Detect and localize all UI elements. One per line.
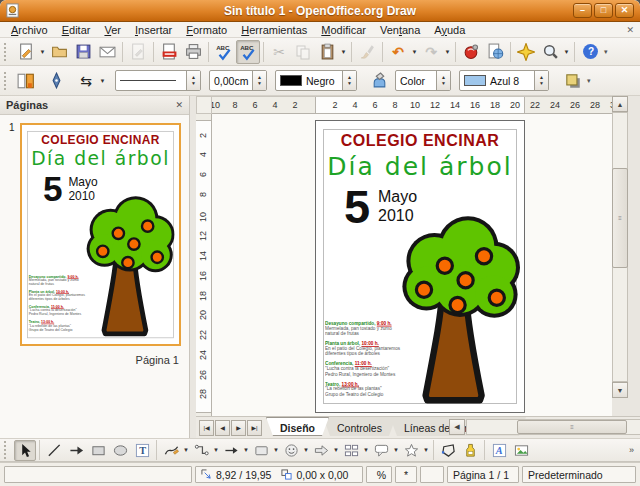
drawing-canvas[interactable]: COLEGIO ENCINAR Día del árbol 5 Mayo 201… xyxy=(212,114,612,416)
insert-picture-button[interactable] xyxy=(510,440,532,461)
status-page-style[interactable]: Predeterminado xyxy=(522,466,636,483)
menu-editar[interactable]: Editar xyxy=(55,23,98,37)
maximize-button[interactable]: □ xyxy=(594,3,613,18)
block-arrows-tool[interactable] xyxy=(310,440,332,461)
undo-dropdown[interactable]: ▼ xyxy=(410,49,419,55)
zoom-dropdown[interactable]: ▼ xyxy=(562,49,571,55)
gallery-button[interactable] xyxy=(459,40,483,64)
toolbar-grip[interactable] xyxy=(4,43,9,61)
open-button[interactable] xyxy=(47,40,71,64)
menu-ver[interactable]: Ver xyxy=(97,23,128,37)
export-pdf-button[interactable] xyxy=(157,40,181,64)
save-button[interactable] xyxy=(71,40,95,64)
area-color-select[interactable]: Azul 8 ▲▼ xyxy=(459,70,549,91)
horizontal-scrollbar-thumb[interactable]: ≡ xyxy=(517,420,627,434)
tab-nav-button[interactable]: ▶ xyxy=(231,420,246,436)
paste-dropdown[interactable]: ▼ xyxy=(339,49,348,55)
menu-formato[interactable]: Formato xyxy=(179,23,234,37)
arrow-style-button[interactable]: ⇆ xyxy=(74,69,98,93)
lines-arrows-tool[interactable] xyxy=(220,440,242,461)
document-close-icon[interactable]: ✕ xyxy=(626,25,634,35)
scroll-up-button[interactable]: ▲ xyxy=(612,96,628,112)
ellipse-tool[interactable] xyxy=(109,440,131,461)
area-style-spinner[interactable]: ▲▼ xyxy=(436,71,450,90)
redo-button[interactable]: ↷ xyxy=(419,40,443,64)
callouts-dropdown[interactable]: ▼ xyxy=(392,447,400,453)
line-width-spinner[interactable]: 0,00cm ▲▼ xyxy=(209,70,267,91)
stars-dropdown[interactable]: ▼ xyxy=(422,447,430,453)
shadow-button[interactable] xyxy=(561,69,585,93)
connector-dropdown[interactable]: ▼ xyxy=(212,447,220,453)
poster-day[interactable]: 5 xyxy=(344,183,370,230)
poster-day[interactable]: 5 xyxy=(43,171,63,206)
title-bar[interactable]: Sin título 1 - OpenOffice.org Draw – □ ✕ xyxy=(0,0,640,22)
poster-school-name[interactable]: COLEGIO ENCINAR xyxy=(22,133,179,146)
undo-button[interactable]: ↶ xyxy=(386,40,410,64)
callouts-tool[interactable] xyxy=(370,440,392,461)
document-page[interactable]: COLEGIO ENCINAR Día del árbol 5 Mayo 201… xyxy=(315,120,525,413)
tree-illustration[interactable] xyxy=(85,194,175,338)
minimize-button[interactable]: – xyxy=(573,3,592,18)
fontwork-button[interactable]: A xyxy=(488,440,510,461)
page-thumbnail[interactable]: COLEGIO ENCINAR Día del árbol 5 Mayo 201… xyxy=(20,123,181,346)
symbol-shapes-dropdown[interactable]: ▼ xyxy=(302,447,310,453)
tab-nav-button[interactable]: |◀ xyxy=(199,420,214,436)
help-button[interactable]: ? xyxy=(578,40,602,64)
pages-panel-close-icon[interactable]: ✕ xyxy=(175,100,183,110)
line-dialog-button[interactable] xyxy=(44,69,68,93)
poster-agenda[interactable]: Desayuno compartido, 9:00 h.Mermelada, p… xyxy=(325,321,417,402)
print-button[interactable] xyxy=(181,40,205,64)
symbol-shapes-tool[interactable] xyxy=(280,440,302,461)
horizontal-ruler[interactable]: 10864224681012141618202224262830 xyxy=(212,96,612,114)
line-width-spin-buttons[interactable]: ▲▼ xyxy=(252,71,266,90)
line-color-select[interactable]: Negro ▲▼ xyxy=(275,70,357,91)
line-style-select[interactable]: ▲▼ xyxy=(115,70,201,91)
area-dialog-button[interactable] xyxy=(367,69,391,93)
poster-title[interactable]: Día del árbol xyxy=(22,148,179,170)
status-position-size[interactable]: 8,92 / 19,95 0,00 x 0,00 xyxy=(195,466,363,483)
block-arrows-dropdown[interactable]: ▼ xyxy=(332,447,340,453)
curve-dropdown[interactable]: ▼ xyxy=(182,447,190,453)
close-button[interactable]: ✕ xyxy=(615,3,634,18)
glue-points-tool[interactable] xyxy=(459,440,481,461)
menu-ventana[interactable]: Ventana xyxy=(373,23,427,37)
edit-points-tool[interactable] xyxy=(437,440,459,461)
paste-button[interactable] xyxy=(315,40,339,64)
format-paintbrush-button[interactable] xyxy=(355,40,379,64)
hyperlink-button[interactable] xyxy=(483,40,507,64)
menu-herramientas[interactable]: Herramientas xyxy=(234,23,314,37)
poster-month[interactable]: Mayo xyxy=(378,188,417,206)
area-color-spinner[interactable]: ▲▼ xyxy=(534,71,548,90)
tab-nav-button[interactable]: ▶| xyxy=(247,420,262,436)
curve-tool[interactable] xyxy=(160,440,182,461)
styles-formatting-button[interactable] xyxy=(14,69,38,93)
basic-shapes-dropdown[interactable]: ▼ xyxy=(272,447,280,453)
line-width-value[interactable]: 0,00cm xyxy=(210,75,252,87)
text-tool[interactable]: T xyxy=(131,440,153,461)
area-style-select[interactable]: Color ▲▼ xyxy=(395,70,451,91)
poster-school-name[interactable]: COLEGIO ENCINAR xyxy=(316,132,524,150)
toolbar-grip[interactable] xyxy=(4,441,9,459)
horizontal-scrollbar-track[interactable]: ≡ xyxy=(466,419,640,435)
vertical-ruler[interactable]: 246810121416182022242628 xyxy=(196,114,212,416)
poster-title[interactable]: Día del árbol xyxy=(316,152,524,181)
tab-diseno[interactable]: Diseño xyxy=(266,417,329,436)
redo-dropdown[interactable]: ▼ xyxy=(443,49,452,55)
lines-arrows-dropdown[interactable]: ▼ xyxy=(242,447,250,453)
arrow-style-dropdown[interactable]: ▼ xyxy=(98,78,107,84)
menu-archivo[interactable]: Archivo xyxy=(4,23,55,37)
status-zoom[interactable]: % xyxy=(366,466,392,483)
menu-modificar[interactable]: Modificar xyxy=(314,23,373,37)
navigator-button[interactable] xyxy=(514,40,538,64)
toolbar-overflow-button[interactable]: ▾ xyxy=(604,48,608,56)
email-button[interactable] xyxy=(95,40,119,64)
connector-tool[interactable] xyxy=(190,440,212,461)
scroll-down-button[interactable]: ▼ xyxy=(612,382,628,398)
area-style-label[interactable]: Color xyxy=(396,75,436,87)
cut-button[interactable]: ✂ xyxy=(267,40,291,64)
stars-tool[interactable] xyxy=(400,440,422,461)
line-style-spinner[interactable]: ▲▼ xyxy=(186,71,200,90)
status-page-indicator[interactable]: Página 1 / 1 xyxy=(447,466,519,483)
tab-nav-button[interactable]: ◀ xyxy=(215,420,230,436)
tree-illustration[interactable] xyxy=(400,213,520,405)
